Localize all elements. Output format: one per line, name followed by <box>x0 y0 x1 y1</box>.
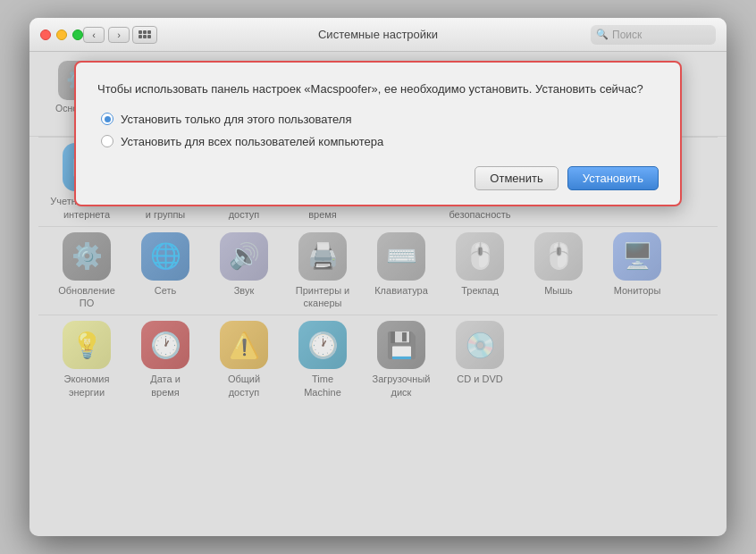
minimize-button[interactable] <box>56 29 67 40</box>
forward-button[interactable]: › <box>108 27 130 43</box>
search-box[interactable]: 🔍 Поиск <box>591 25 716 45</box>
radio-button-2[interactable] <box>101 135 113 147</box>
window-title: Системные настройки <box>318 28 438 41</box>
grid-view-button[interactable] <box>132 26 157 44</box>
maximize-button[interactable] <box>72 29 83 40</box>
back-button[interactable]: ‹ <box>83 27 105 43</box>
nav-buttons: ‹ › <box>83 27 130 43</box>
titlebar: ‹ › Системные настройки 🔍 Поиск <box>29 18 727 52</box>
dialog-overlay: Чтобы использовать панель настроек «Macs… <box>29 52 727 536</box>
install-button[interactable]: Установить <box>567 166 659 190</box>
search-icon: 🔍 <box>596 29 609 40</box>
dialog-buttons: Отменить Установить <box>97 166 659 190</box>
search-input[interactable]: Поиск <box>612 29 642 41</box>
dialog-message: Чтобы использовать панель настроек «Macs… <box>97 80 659 98</box>
radio-group: Установить только для этого пользователя… <box>97 113 659 148</box>
grid-icon <box>139 30 151 38</box>
content-area: ⚙️ Основные 🖼️ Рабочий столи заставка 🗂️… <box>29 52 727 536</box>
main-window: ‹ › Системные настройки 🔍 Поиск ⚙️ Основ… <box>29 18 727 536</box>
radio-button-1[interactable] <box>101 113 113 125</box>
radio-label-2: Установить для всех пользователей компью… <box>121 135 383 148</box>
close-button[interactable] <box>40 29 51 40</box>
radio-dot-1 <box>105 116 111 122</box>
radio-item-1[interactable]: Установить только для этого пользователя <box>101 113 659 126</box>
install-dialog: Чтобы использовать панель настроек «Macs… <box>74 61 682 206</box>
radio-item-2[interactable]: Установить для всех пользователей компью… <box>101 135 659 148</box>
cancel-button[interactable]: Отменить <box>475 166 558 190</box>
traffic-lights <box>40 29 83 40</box>
radio-label-1: Установить только для этого пользователя <box>121 113 351 126</box>
